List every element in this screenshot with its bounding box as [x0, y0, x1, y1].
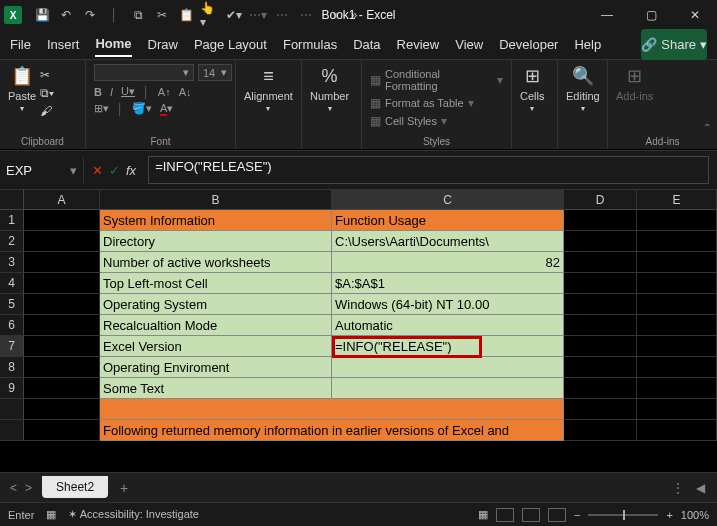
cut-icon[interactable]: ✂ — [152, 5, 172, 25]
cell[interactable] — [24, 399, 100, 420]
cell-C9[interactable] — [332, 378, 564, 399]
cell-D8[interactable] — [564, 357, 637, 378]
tab-scroll-icon[interactable]: ⋮ — [672, 481, 696, 495]
row-header[interactable]: 5 — [0, 294, 24, 315]
cell-D4[interactable] — [564, 273, 637, 294]
cell-E6[interactable] — [637, 315, 717, 336]
accept-formula-icon[interactable]: ✓ — [109, 163, 120, 178]
col-header-d[interactable]: D — [564, 190, 637, 209]
decrease-font-icon[interactable]: A↓ — [179, 86, 192, 98]
underline-button[interactable]: U▾ — [121, 85, 135, 98]
cell-styles-button[interactable]: ▦ Cell Styles ▾ — [370, 114, 447, 128]
cell-bottom-text[interactable]: Following returned memory information in… — [100, 420, 564, 441]
cell-E9[interactable] — [637, 378, 717, 399]
minimize-button[interactable]: — — [589, 1, 625, 29]
touch-icon[interactable]: 👆▾ — [200, 5, 220, 25]
editing-button[interactable]: 🔍 Editing▾ — [566, 64, 600, 113]
cell[interactable] — [637, 399, 717, 420]
cell-B8[interactable]: Operating Enviroment — [100, 357, 332, 378]
cell-B1[interactable]: System Information — [100, 210, 332, 231]
font-size-select[interactable]: 14▾ — [198, 64, 232, 81]
page-layout-view-button[interactable] — [522, 508, 540, 522]
cell-C4[interactable]: $A:$A$1 — [332, 273, 564, 294]
cell-C1[interactable]: Function Usage — [332, 210, 564, 231]
cell-D1[interactable] — [564, 210, 637, 231]
display-settings-icon[interactable]: ▦ — [478, 508, 488, 521]
cell[interactable] — [24, 420, 100, 441]
spell-icon[interactable]: ✔▾ — [224, 5, 244, 25]
row-header[interactable] — [0, 399, 24, 420]
cell-D2[interactable] — [564, 231, 637, 252]
row-header[interactable]: 7 — [0, 336, 24, 357]
copy-button[interactable]: ⧉▾ — [40, 86, 54, 100]
cell-D9[interactable] — [564, 378, 637, 399]
cell-E3[interactable] — [637, 252, 717, 273]
cell-C6[interactable]: Automatic — [332, 315, 564, 336]
cell-B5[interactable]: Operating System — [100, 294, 332, 315]
stats-icon[interactable]: ▦ — [46, 508, 56, 521]
save-icon[interactable]: 💾 — [32, 5, 52, 25]
close-button[interactable]: ✕ — [677, 1, 713, 29]
zoom-out-button[interactable]: − — [574, 509, 580, 521]
zoom-level[interactable]: 100% — [681, 509, 709, 521]
cell-A3[interactable] — [24, 252, 100, 273]
tab-split-icon[interactable]: ◀ — [696, 481, 717, 495]
cell-A5[interactable] — [24, 294, 100, 315]
row-header[interactable]: 4 — [0, 273, 24, 294]
addins-button[interactable]: ⊞ Add-ins — [616, 64, 653, 102]
row-header[interactable]: 3 — [0, 252, 24, 273]
row-header[interactable]: 2 — [0, 231, 24, 252]
borders-button[interactable]: ⊞▾ — [94, 102, 109, 115]
normal-view-button[interactable] — [496, 508, 514, 522]
cell-E7[interactable] — [637, 336, 717, 357]
fill-color-button[interactable]: 🪣▾ — [132, 102, 152, 115]
copy-icon[interactable]: ⧉ — [128, 5, 148, 25]
formula-input[interactable]: =INFO("RELEASE") — [149, 157, 708, 183]
cell-C7[interactable]: =INFO("RELEASE") — [332, 336, 564, 357]
cell-B9[interactable]: Some Text — [100, 378, 332, 399]
number-button[interactable]: % Number▾ — [310, 64, 349, 113]
paste-icon[interactable]: 📋 — [176, 5, 196, 25]
cell-A7[interactable] — [24, 336, 100, 357]
row-header[interactable]: 6 — [0, 315, 24, 336]
row-header[interactable]: 8 — [0, 357, 24, 378]
select-all-corner[interactable] — [0, 190, 24, 209]
menu-formulas[interactable]: Formulas — [283, 33, 337, 56]
cell-A2[interactable] — [24, 231, 100, 252]
row-header[interactable]: 1 — [0, 210, 24, 231]
cell-D3[interactable] — [564, 252, 637, 273]
tab-nav-next-icon[interactable]: > — [25, 481, 32, 495]
cell-D7[interactable] — [564, 336, 637, 357]
cell-D5[interactable] — [564, 294, 637, 315]
page-break-view-button[interactable] — [548, 508, 566, 522]
undo-icon[interactable]: ↶ — [56, 5, 76, 25]
cell-C3[interactable]: 82 — [332, 252, 564, 273]
cell-A6[interactable] — [24, 315, 100, 336]
zoom-in-button[interactable]: + — [666, 509, 672, 521]
cell-E1[interactable] — [637, 210, 717, 231]
cell-B3[interactable]: Number of active worksheets — [100, 252, 332, 273]
cell-E8[interactable] — [637, 357, 717, 378]
cell-B4[interactable]: Top Left-most Cell — [100, 273, 332, 294]
cell-E2[interactable] — [637, 231, 717, 252]
cell-D6[interactable] — [564, 315, 637, 336]
menu-home[interactable]: Home — [95, 32, 131, 57]
cell[interactable] — [564, 399, 637, 420]
format-painter-button[interactable]: 🖌 — [40, 104, 54, 118]
cell-A9[interactable] — [24, 378, 100, 399]
font-name-select[interactable]: ▾ — [94, 64, 194, 81]
cell[interactable] — [564, 420, 637, 441]
format-as-table-button[interactable]: ▦ Format as Table ▾ — [370, 96, 474, 110]
cut-button[interactable]: ✂ — [40, 68, 54, 82]
redo-icon[interactable]: ↷ — [80, 5, 100, 25]
menu-view[interactable]: View — [455, 33, 483, 56]
menu-draw[interactable]: Draw — [148, 33, 178, 56]
menu-data[interactable]: Data — [353, 33, 380, 56]
cells-button[interactable]: ⊞ Cells▾ — [520, 64, 544, 113]
collapse-ribbon-icon[interactable]: ⌃ — [703, 122, 711, 133]
menu-insert[interactable]: Insert — [47, 33, 80, 56]
menu-page-layout[interactable]: Page Layout — [194, 33, 267, 56]
add-sheet-button[interactable]: + — [108, 480, 140, 496]
menu-help[interactable]: Help — [574, 33, 601, 56]
cell-B7[interactable]: Excel Version — [100, 336, 332, 357]
